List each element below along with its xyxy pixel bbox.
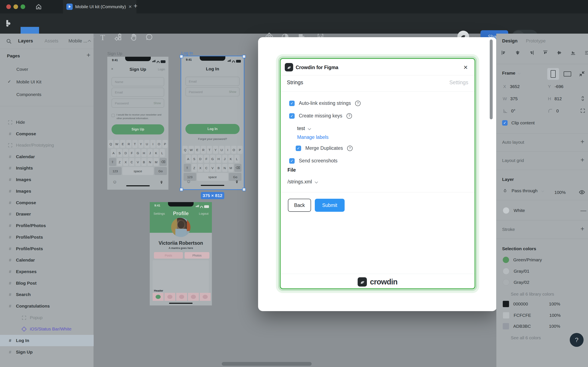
add-layout-grid-button[interactable]: + xyxy=(580,156,584,164)
checkbox-checked[interactable]: ✓ xyxy=(289,113,295,119)
layer-row-congratulations[interactable]: #Congratulations xyxy=(0,300,94,312)
resize-to-fit-icon[interactable] xyxy=(579,71,585,78)
independent-corners-icon[interactable] xyxy=(580,108,586,114)
help-icon[interactable]: ? xyxy=(355,101,360,106)
remove-fill-button[interactable]: — xyxy=(580,207,586,214)
macos-zoom-button[interactable] xyxy=(21,4,25,9)
back-button[interactable]: Back xyxy=(288,199,311,212)
plugin-scrollbar[interactable] xyxy=(490,40,493,119)
selection-handle[interactable] xyxy=(180,188,183,191)
layer-row-calendar[interactable]: #Calendar xyxy=(0,151,94,162)
layer-row-search[interactable]: #Search xyxy=(0,289,94,300)
auto-link-row[interactable]: ✓ Auto-link existing strings ? xyxy=(289,100,360,106)
send-screenshots-row[interactable]: ✓ Send screenshots xyxy=(289,158,337,164)
width-field[interactable]: W375 xyxy=(503,96,518,101)
canvas-horizontal-scrollbar[interactable] xyxy=(222,362,312,366)
layer-row-ios-status-bar[interactable]: iOS/Status Bar/White xyxy=(0,323,94,335)
fill-swatch-white[interactable] xyxy=(503,207,509,214)
tab-strings[interactable]: Strings xyxy=(287,79,303,85)
layer-row-profile-posts[interactable]: #Profile/Posts xyxy=(0,232,94,243)
constrain-proportions-icon[interactable] xyxy=(580,96,586,102)
frame-type-dropdown[interactable]: Frame xyxy=(502,71,520,76)
checkbox-checked[interactable]: ✓ xyxy=(296,146,301,151)
blend-mode-dropdown[interactable]: Pass through xyxy=(503,188,544,193)
tab-current-page[interactable]: Mobile ... xyxy=(68,38,87,44)
align-right-icon[interactable] xyxy=(529,50,534,55)
layer-row-images[interactable]: #Images xyxy=(0,174,94,185)
frame-title-sign-up[interactable]: Sign Up xyxy=(107,51,122,56)
layer-row-drawer[interactable]: #Drawer xyxy=(0,209,94,220)
see-all-colors-link[interactable]: See all 6 colors xyxy=(511,335,541,340)
selection-handle[interactable] xyxy=(242,55,246,58)
align-horizontal-center-icon[interactable] xyxy=(515,50,520,55)
checkbox-checked[interactable]: ✓ xyxy=(289,101,295,106)
page-item-mobile-ui-kit[interactable]: Mobile UI Kit xyxy=(16,79,41,84)
hex-color-adb3bc[interactable]: ADB3BC 100% xyxy=(503,323,560,329)
manage-labels-link[interactable]: Manage labels xyxy=(297,134,329,140)
tab-layers[interactable]: Layers xyxy=(18,38,33,44)
library-color-gray-02[interactable]: Gray/02 xyxy=(503,279,529,286)
see-all-library-colors-link[interactable]: See all 6 library colors xyxy=(511,292,554,297)
rotation-field[interactable]: 0° xyxy=(503,108,515,113)
layer-row-header-prototyping[interactable]: Header/Prototyping xyxy=(0,140,94,151)
dialog-close-icon[interactable]: ✕ xyxy=(463,64,468,71)
align-bottom-icon[interactable] xyxy=(570,50,576,55)
macos-close-button[interactable] xyxy=(6,4,11,9)
macos-minimize-button[interactable] xyxy=(13,4,18,9)
library-color-green-primary[interactable]: Green/Primary xyxy=(503,257,542,263)
layer-row-compose-2[interactable]: #Compose xyxy=(0,197,94,209)
layer-row-compose[interactable]: #Compose xyxy=(0,128,94,140)
y-position-field[interactable]: Y-696 xyxy=(548,84,564,89)
help-icon[interactable]: ? xyxy=(347,146,353,151)
layer-row-hide[interactable]: Hide xyxy=(0,117,94,128)
home-icon[interactable] xyxy=(35,3,42,10)
add-stroke-button[interactable]: + xyxy=(580,225,584,233)
align-left-icon[interactable] xyxy=(501,50,506,55)
orientation-landscape-button[interactable] xyxy=(562,68,573,80)
hex-color-000000[interactable]: 000000 100% xyxy=(503,301,560,307)
clip-content-checkbox[interactable]: ✓ xyxy=(502,120,507,126)
tab-assets[interactable]: Assets xyxy=(45,38,58,44)
layer-visibility-eye-icon[interactable] xyxy=(579,189,585,196)
file-dropdown[interactable]: /strings.xml xyxy=(287,179,318,185)
page-item-cover[interactable]: Cover xyxy=(16,67,28,72)
layer-row-blog-post[interactable]: #Blog Post xyxy=(0,277,94,289)
orientation-portrait-button[interactable] xyxy=(547,68,559,80)
layer-row-images-2[interactable]: #Images xyxy=(0,185,94,197)
label-dropdown[interactable]: test xyxy=(297,126,310,131)
tab-prototype[interactable]: Prototype xyxy=(526,38,546,44)
layer-row-popup[interactable]: Popup xyxy=(0,312,94,323)
x-position-field[interactable]: X3652 xyxy=(503,84,520,89)
layer-row-insights[interactable]: #Insights xyxy=(0,162,94,174)
merge-duplicates-row[interactable]: ✓ Merge Duplicates ? xyxy=(296,145,353,151)
library-color-gray-01[interactable]: Gray/01 xyxy=(503,268,529,275)
add-auto-layout-button[interactable]: + xyxy=(580,138,584,146)
height-field[interactable]: H812 xyxy=(548,96,562,101)
layer-opacity[interactable]: 100% xyxy=(554,190,566,195)
align-vertical-center-icon[interactable] xyxy=(556,50,562,55)
log-in-frame-selected[interactable]: 9:41 Log In Email PasswordShow Log In Fo… xyxy=(181,56,244,189)
tab-settings[interactable]: Settings xyxy=(449,79,468,85)
help-button[interactable]: ? xyxy=(570,333,584,347)
fill-color-row[interactable]: White xyxy=(503,207,525,214)
layer-row-calendar-2[interactable]: #Calendar xyxy=(0,254,94,266)
submit-button[interactable]: Submit xyxy=(315,199,345,212)
collapse-pages-chevron-icon[interactable] xyxy=(88,40,91,43)
document-tab[interactable]: Mobile UI kit (Community) ✕ xyxy=(63,0,137,13)
selection-handle[interactable] xyxy=(242,188,246,191)
layer-row-profile-photos[interactable]: #Profile/Photos xyxy=(0,220,94,231)
selection-handle[interactable] xyxy=(180,55,183,58)
hex-color-fcfcfe[interactable]: FCFCFE 100% xyxy=(503,312,561,319)
figma-main-menu[interactable] xyxy=(6,20,11,27)
page-item-components[interactable]: Components xyxy=(16,92,41,97)
layer-row-sign-up[interactable]: #Sign Up xyxy=(0,346,94,358)
close-tab-icon[interactable]: ✕ xyxy=(129,4,132,9)
corner-radius-field[interactable]: 0 xyxy=(548,108,559,113)
new-tab-button[interactable]: + xyxy=(134,2,138,10)
sign-up-frame[interactable]: 9:41 × Sign Up Login Name Email Password… xyxy=(107,57,168,190)
distribute-menu[interactable] xyxy=(584,50,588,55)
layer-row-profile-posts-2[interactable]: #Profile/Posts xyxy=(0,243,94,254)
add-page-button[interactable]: + xyxy=(87,51,90,59)
align-top-icon[interactable] xyxy=(543,50,548,55)
profile-photos-frame[interactable]: 9:41 Settings Profile Logout Victoriia R… xyxy=(150,202,212,305)
